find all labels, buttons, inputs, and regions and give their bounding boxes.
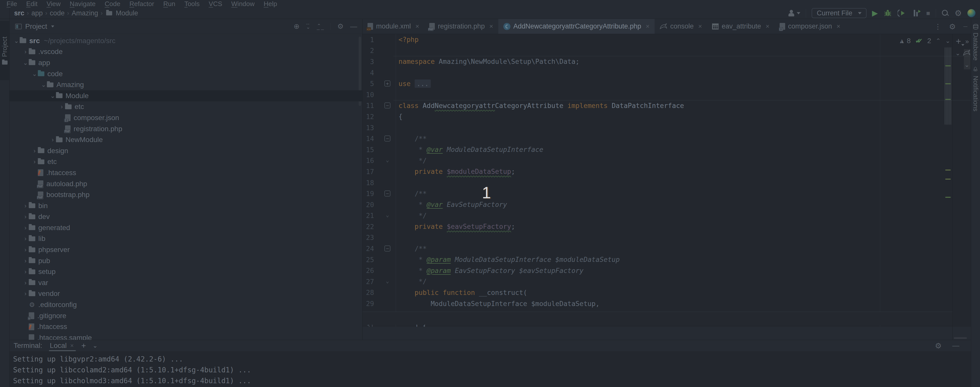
editor-tab-registration.php[interactable]: registration.php× — [424, 19, 498, 34]
tree-row[interactable]: {}composer.json — [10, 112, 362, 123]
menu-item-refactor[interactable]: Refactor — [125, 0, 158, 8]
terminal-settings-gear-icon[interactable]: ⚙ — [935, 341, 942, 350]
tree-chevron-icon[interactable]: › — [22, 48, 29, 55]
editor-tab-console[interactable]: console× — [655, 19, 707, 34]
close-icon[interactable]: × — [415, 22, 419, 30]
breadcrumb-item[interactable]: app — [30, 10, 44, 17]
menu-item-help[interactable]: Help — [259, 0, 281, 8]
tree-row[interactable]: ›dev — [10, 211, 362, 222]
tree-chevron-icon[interactable]: › — [22, 290, 29, 297]
tree-chevron-icon[interactable]: › — [22, 268, 29, 275]
menu-item-edit[interactable]: Edit — [22, 0, 41, 8]
editor-gutter[interactable]: 25 — [363, 254, 396, 265]
editor-scrollbar[interactable] — [944, 34, 952, 327]
fold-marker-icon[interactable]: + — [384, 80, 390, 86]
editor-gutter[interactable]: 22 — [363, 221, 396, 232]
tree-row[interactable]: ⌄src~/projects/magento/src — [10, 35, 362, 46]
editor-tab-eav_attribute[interactable]: eav_attribute× — [707, 19, 774, 34]
project-panel-title[interactable]: Project — [25, 22, 47, 30]
tree-row[interactable]: ›generated — [10, 222, 362, 233]
avatar[interactable] — [967, 9, 975, 17]
hide-panel-icon[interactable]: — — [350, 22, 357, 30]
fold-marker-icon[interactable]: ⌄ — [384, 213, 390, 219]
breadcrumb-item[interactable]: Amazing — [71, 10, 99, 17]
editor-gutter[interactable]: 20 — [363, 199, 396, 210]
editor-tab-composer.json[interactable]: composer.json× — [775, 19, 845, 34]
tree-row[interactable]: ›.vscode — [10, 46, 362, 58]
db-hscrollbar-thumb[interactable] — [954, 337, 967, 339]
collapse-all-icon[interactable]: ⌃_ _ — [317, 24, 324, 29]
breadcrumb-item[interactable]: code — [49, 10, 66, 17]
tree-chevron-icon[interactable]: › — [22, 246, 29, 253]
tree-row[interactable]: .htaccess — [10, 167, 362, 178]
tree-row[interactable]: PHPautoload.php — [10, 178, 362, 189]
tree-chevron-icon[interactable]: ⌄ — [40, 81, 47, 88]
editor-gutter[interactable]: 18 — [363, 177, 396, 188]
close-icon[interactable]: × — [765, 22, 769, 30]
tree-row[interactable]: ›pub — [10, 255, 362, 266]
close-icon[interactable]: × — [70, 342, 74, 349]
tree-row[interactable]: ›NewModule — [10, 134, 362, 145]
tree-chevron-icon[interactable]: ⌄ — [31, 70, 38, 77]
gear-icon[interactable]: ⚙ — [337, 22, 344, 30]
tree-row[interactable]: .htaccess.sample — [10, 332, 362, 340]
tree-row[interactable]: ›vendor — [10, 288, 362, 299]
breadcrumb-item[interactable]: src — [13, 10, 25, 17]
code-editor[interactable]: 1<?php23namespace Amazing\NewModule\Setu… — [363, 34, 971, 327]
editor-gutter[interactable]: 15 — [363, 144, 396, 155]
more-icon[interactable]: » — [966, 38, 969, 45]
settings-gear-icon[interactable]: ⚙ — [955, 8, 962, 18]
close-icon[interactable]: × — [698, 22, 702, 30]
new-terminal-button[interactable]: + — [81, 341, 86, 350]
tree-chevron-icon[interactable]: › — [22, 279, 29, 286]
chevron-down-icon[interactable] — [51, 26, 54, 27]
tab-list-icon[interactable]: ⋮ — [934, 22, 942, 31]
inspections-widget[interactable]: ▲! 8 ✔✔ 2 ⌃ ⌄ — [899, 37, 950, 45]
tree-row[interactable]: ›var — [10, 277, 362, 288]
fold-marker-icon[interactable]: − — [384, 245, 390, 251]
menu-item-tools[interactable]: Tools — [180, 0, 204, 8]
locate-file-icon[interactable]: ⊕ — [294, 22, 299, 30]
tree-row[interactable]: ⌄code — [10, 68, 362, 80]
menu-item-navigate[interactable]: Navigate — [66, 0, 100, 8]
tree-chevron-icon[interactable]: › — [22, 235, 29, 242]
tree-chevron-icon[interactable]: ⌄ — [13, 37, 20, 45]
hide-editor-icon[interactable]: — — [963, 24, 967, 29]
editor-gutter[interactable]: 14− — [363, 133, 396, 144]
tree-row[interactable]: ›etc — [10, 157, 362, 168]
next-issue-icon[interactable]: ⌄ — [945, 37, 950, 45]
tree-row[interactable]: ›design — [10, 145, 362, 157]
debug-button[interactable] — [883, 9, 892, 18]
editor-gutter[interactable]: 21⌄ — [363, 210, 396, 221]
stop-button[interactable]: ■ — [926, 10, 930, 17]
tree-chevron-icon[interactable]: ⌄ — [49, 92, 56, 99]
chevron-down-icon[interactable]: ⌄ — [955, 50, 960, 57]
tree-row[interactable]: ›bin — [10, 200, 362, 211]
fold-marker-icon[interactable]: ⌄ — [384, 278, 390, 285]
profiler-button[interactable] — [912, 9, 921, 18]
tree-chevron-icon[interactable]: ⌄ — [22, 59, 29, 66]
sidebar-item-project[interactable]: Project — [0, 21, 10, 80]
mysql-dolphin-icon[interactable] — [963, 50, 970, 56]
run-button[interactable]: ▶ — [872, 10, 878, 17]
editor-gutter[interactable]: 11− — [363, 100, 396, 111]
editor-gutter[interactable]: 28 — [363, 287, 396, 298]
chevron-down-icon[interactable]: ⌄ — [92, 342, 97, 349]
editor-gutter[interactable]: 26 — [363, 265, 396, 276]
breadcrumb-item[interactable]: Module — [115, 10, 139, 17]
editor-gutter[interactable]: 10 — [363, 89, 396, 100]
menu-item-window[interactable]: Window — [228, 0, 259, 8]
tree-row[interactable]: PHPbootstrap.php — [10, 189, 362, 200]
menu-item-code[interactable]: Code — [100, 0, 124, 8]
tab-options-gear-icon[interactable]: ⚙ — [949, 22, 956, 31]
editor-gutter[interactable]: 5+ — [363, 78, 396, 89]
scrollbar-thumb[interactable] — [945, 48, 951, 125]
editor-gutter[interactable]: 2 — [363, 45, 396, 56]
sidebar-item-notifications[interactable]: 🕭 Notifications — [971, 66, 980, 112]
fold-marker-icon[interactable]: ⌄ — [384, 157, 390, 163]
tree-row[interactable]: ⌄app — [10, 57, 362, 68]
tree-row[interactable]: ›etc — [10, 101, 362, 112]
run-coverage-button[interactable] — [897, 9, 906, 18]
editor-tab-AddNewcategoryattrCategoryAttribute.php[interactable]: CAddNewcategoryattrCategoryAttribute.php… — [498, 19, 655, 34]
terminal-tab-local[interactable]: Local × — [50, 340, 74, 351]
